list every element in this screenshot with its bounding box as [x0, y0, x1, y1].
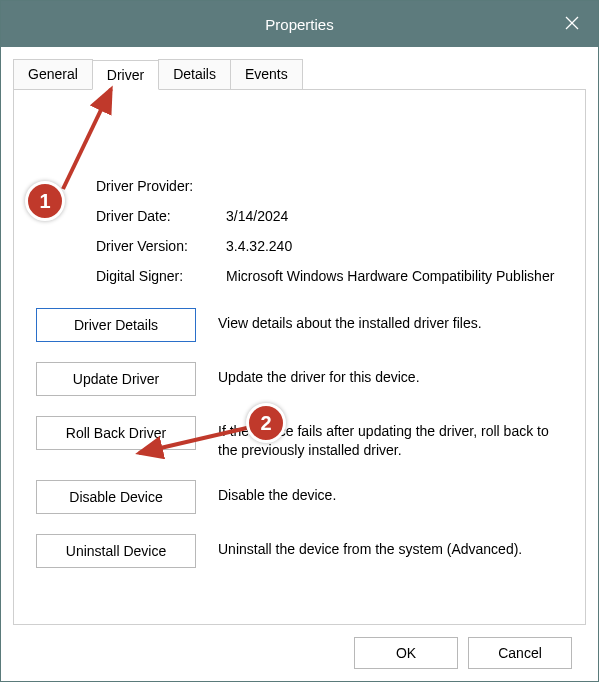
driver-date-label: Driver Date: — [96, 208, 226, 224]
digital-signer-label: Digital Signer: — [96, 268, 226, 284]
close-button[interactable] — [546, 1, 598, 47]
row-roll-back-driver: Roll Back Driver If the device fails aft… — [36, 416, 563, 460]
driver-provider-value — [226, 178, 563, 194]
row-disable-device: Disable Device Disable the device. — [36, 480, 563, 514]
roll-back-driver-desc: If the device fails after updating the d… — [218, 416, 563, 460]
tab-details[interactable]: Details — [158, 59, 231, 89]
update-driver-desc: Update the driver for this device. — [218, 362, 563, 387]
driver-version-label: Driver Version: — [96, 238, 226, 254]
disable-device-button[interactable]: Disable Device — [36, 480, 196, 514]
dialog-body: General Driver Details Events Driver Pro… — [1, 47, 598, 681]
row-update-driver: Update Driver Update the driver for this… — [36, 362, 563, 396]
driver-date-value: 3/14/2024 — [226, 208, 563, 224]
digital-signer-value: Microsoft Windows Hardware Compatibility… — [226, 268, 563, 284]
tab-general[interactable]: General — [13, 59, 93, 89]
driver-tab-panel: Driver Provider: Driver Date: 3/14/2024 … — [13, 89, 586, 625]
tab-bar: General Driver Details Events — [13, 59, 586, 89]
update-driver-button[interactable]: Update Driver — [36, 362, 196, 396]
tab-events[interactable]: Events — [230, 59, 303, 89]
roll-back-driver-button[interactable]: Roll Back Driver — [36, 416, 196, 450]
driver-info-grid: Driver Provider: Driver Date: 3/14/2024 … — [96, 178, 563, 284]
titlebar: Properties — [1, 1, 598, 47]
uninstall-device-button[interactable]: Uninstall Device — [36, 534, 196, 568]
driver-details-desc: View details about the installed driver … — [218, 308, 563, 333]
disable-device-desc: Disable the device. — [218, 480, 563, 505]
window-title: Properties — [265, 16, 333, 33]
cancel-button[interactable]: Cancel — [468, 637, 572, 669]
properties-window: Properties General Driver Details Events… — [0, 0, 599, 682]
driver-provider-label: Driver Provider: — [96, 178, 226, 194]
row-driver-details: Driver Details View details about the in… — [36, 308, 563, 342]
dialog-footer: OK Cancel — [13, 625, 586, 681]
close-icon — [565, 16, 579, 33]
driver-details-button[interactable]: Driver Details — [36, 308, 196, 342]
tab-driver[interactable]: Driver — [92, 60, 159, 90]
ok-button[interactable]: OK — [354, 637, 458, 669]
row-uninstall-device: Uninstall Device Uninstall the device fr… — [36, 534, 563, 568]
uninstall-device-desc: Uninstall the device from the system (Ad… — [218, 534, 563, 559]
driver-version-value: 3.4.32.240 — [226, 238, 563, 254]
